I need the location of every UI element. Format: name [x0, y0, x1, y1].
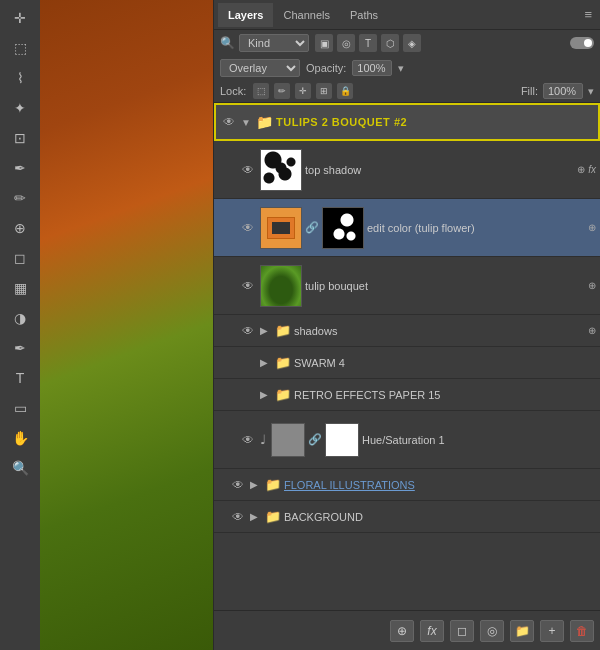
type-filter-icon[interactable]: T	[359, 34, 377, 52]
adjustment-button[interactable]: ◎	[480, 620, 504, 642]
zoom-tool[interactable]: 🔍	[6, 454, 34, 482]
layer-name-swarm4: SWARM 4	[294, 357, 596, 369]
opacity-label: Opacity:	[306, 62, 346, 74]
lock-row: Lock: ⬚ ✏ ✛ ⊞ 🔒 Fill: 100% ▾	[214, 80, 600, 103]
folder-icon-floral: 📁	[265, 477, 281, 492]
blend-mode-row: Overlay Normal Multiply Screen Opacity: …	[214, 56, 600, 80]
layer-row-shadows[interactable]: 👁 ▶ 📁 shadows ⊕	[214, 315, 600, 347]
opacity-dropdown-arrow[interactable]: ▾	[398, 62, 404, 75]
lock-all-icon[interactable]: 🔒	[337, 83, 353, 99]
folder-icon-swarm4: 📁	[275, 355, 291, 370]
adjustment-filter-icon[interactable]: ◎	[337, 34, 355, 52]
tab-layers[interactable]: Layers	[218, 3, 273, 27]
layer-name-edit-color: edit color (tulip flower)	[367, 222, 585, 234]
bottom-bar: ⊕ fx ◻ ◎ 📁 + 🗑	[214, 610, 600, 650]
dodge-tool[interactable]: ◑	[6, 304, 34, 332]
layer-row-tulip-bouquet[interactable]: 👁 tulip bouquet ⊕	[214, 257, 600, 315]
group-name: TULIPS 2 BOUQUET #2	[276, 116, 407, 128]
layer-name-shadows: shadows	[294, 325, 585, 337]
visibility-icon-hue[interactable]: 👁	[239, 431, 257, 449]
lock-pixels-icon[interactable]: ⬚	[253, 83, 269, 99]
clone-tool[interactable]: ⊕	[6, 214, 34, 242]
smart-filter-icon[interactable]: ◈	[403, 34, 421, 52]
link-badge-edit-color: ⊕	[588, 222, 596, 233]
expand-arrow-retro[interactable]: ▶	[260, 389, 272, 400]
fill-label: Fill:	[521, 85, 538, 97]
group-header-tulips[interactable]: 👁 ▼ 📁 TULIPS 2 BOUQUET #2	[214, 103, 600, 141]
visibility-icon-background[interactable]: 👁	[229, 508, 247, 526]
toolbar: ✛ ⬚ ⌇ ✦ ⊡ ✒ ✏ ⊕ ◻ ▦ ◑ ✒ T ▭ ✋ 🔍	[0, 0, 40, 650]
expand-arrow-background[interactable]: ▶	[250, 511, 262, 522]
layer-row-background[interactable]: 👁 ▶ 📁 BACKGROUND	[214, 501, 600, 533]
magic-wand-tool[interactable]: ✦	[6, 94, 34, 122]
visibility-icon-edit-color[interactable]: 👁	[239, 219, 257, 237]
lock-label: Lock:	[220, 85, 246, 97]
expand-arrow-group[interactable]: ▼	[241, 117, 253, 128]
opacity-value[interactable]: 100%	[352, 60, 392, 76]
type-tool[interactable]: T	[6, 364, 34, 392]
visibility-icon-swarm4: 👁	[239, 354, 257, 372]
layer-name-hue: Hue/Saturation 1	[362, 434, 596, 446]
layer-row-top-shadow[interactable]: 👁 top shadow ⊕ fx	[214, 141, 600, 199]
visibility-icon-floral[interactable]: 👁	[229, 476, 247, 494]
canvas-area: ✛ ⬚ ⌇ ✦ ⊡ ✒ ✏ ⊕ ◻ ▦ ◑ ✒ T ▭ ✋ 🔍	[0, 0, 213, 650]
search-icon: 🔍	[220, 36, 235, 50]
tab-paths[interactable]: Paths	[340, 3, 388, 27]
new-layer-button[interactable]: +	[540, 620, 564, 642]
link-badge-tulip-bouquet: ⊕	[588, 280, 596, 291]
chain-icon-edit-color: 🔗	[305, 221, 319, 234]
move-tool[interactable]: ✛	[6, 4, 34, 32]
layer-row-swarm4[interactable]: 👁 ▶ 📁 SWARM 4	[214, 347, 600, 379]
pixel-filter-icon[interactable]: ▣	[315, 34, 333, 52]
filter-toggle[interactable]	[570, 37, 594, 49]
delete-layer-button[interactable]: 🗑	[570, 620, 594, 642]
link-badge-shadows: ⊕	[588, 325, 596, 336]
layer-row-retro[interactable]: 👁 ▶ 📁 RETRO EFFECTS PAPER 15	[214, 379, 600, 411]
shape-filter-icon[interactable]: ⬡	[381, 34, 399, 52]
expand-arrow-shadows[interactable]: ▶	[260, 325, 272, 336]
kind-dropdown[interactable]: Kind Name Effect	[239, 34, 309, 52]
crop-tool[interactable]: ⊡	[6, 124, 34, 152]
blend-mode-dropdown[interactable]: Overlay Normal Multiply Screen	[220, 59, 300, 77]
folder-icon-background: 📁	[265, 509, 281, 524]
visibility-icon-group[interactable]: 👁	[220, 113, 238, 131]
hand-tool[interactable]: ✋	[6, 424, 34, 452]
mask-button[interactable]: ◻	[450, 620, 474, 642]
link-button[interactable]: ⊕	[390, 620, 414, 642]
folder-icon-group: 📁	[256, 114, 273, 130]
folder-icon-shadows: 📁	[275, 323, 291, 338]
adjustment-icon: ♩	[260, 432, 266, 447]
pen-tool[interactable]: ✒	[6, 334, 34, 362]
fx-button[interactable]: fx	[420, 620, 444, 642]
eyedropper-tool[interactable]: ✒	[6, 154, 34, 182]
lasso-tool[interactable]: ⌇	[6, 64, 34, 92]
lock-artboard-icon[interactable]: ⊞	[316, 83, 332, 99]
badges-top-shadow: ⊕ fx	[577, 164, 596, 175]
badges-tulip-bouquet: ⊕	[588, 280, 596, 291]
filter-icons: ▣ ◎ T ⬡ ◈	[315, 34, 421, 52]
fx-badge-top-shadow: fx	[588, 164, 596, 175]
eraser-tool[interactable]: ◻	[6, 244, 34, 272]
fill-value[interactable]: 100%	[543, 83, 583, 99]
layer-row-floral[interactable]: 👁 ▶ 📁 FLORAL ILLUSTRATIONS	[214, 469, 600, 501]
lock-position-icon[interactable]: ✛	[295, 83, 311, 99]
tab-channels[interactable]: Channels	[273, 3, 339, 27]
lock-image-icon[interactable]: ✏	[274, 83, 290, 99]
layer-name-tulip-bouquet: tulip bouquet	[305, 280, 585, 292]
group-button[interactable]: 📁	[510, 620, 534, 642]
brush-tool[interactable]: ✏	[6, 184, 34, 212]
expand-arrow-swarm4[interactable]: ▶	[260, 357, 272, 368]
visibility-icon-shadows[interactable]: 👁	[239, 322, 257, 340]
layer-row-edit-color[interactable]: 👁 🔗 edit color (tulip flower) ⊕	[214, 199, 600, 257]
chain-icon-hue: 🔗	[308, 433, 322, 446]
gradient-tool[interactable]: ▦	[6, 274, 34, 302]
shape-tool[interactable]: ▭	[6, 394, 34, 422]
layer-row-hue-saturation[interactable]: 👁 ♩ 🔗 Hue/Saturation 1	[214, 411, 600, 469]
visibility-icon-tulip-bouquet[interactable]: 👁	[239, 277, 257, 295]
select-tool[interactable]: ⬚	[6, 34, 34, 62]
expand-arrow-floral[interactable]: ▶	[250, 479, 262, 490]
layer-name-floral[interactable]: FLORAL ILLUSTRATIONS	[284, 479, 596, 491]
fill-dropdown-arrow[interactable]: ▾	[588, 85, 594, 98]
panel-menu-button[interactable]: ≡	[580, 7, 596, 22]
visibility-icon-top-shadow[interactable]: 👁	[239, 161, 257, 179]
